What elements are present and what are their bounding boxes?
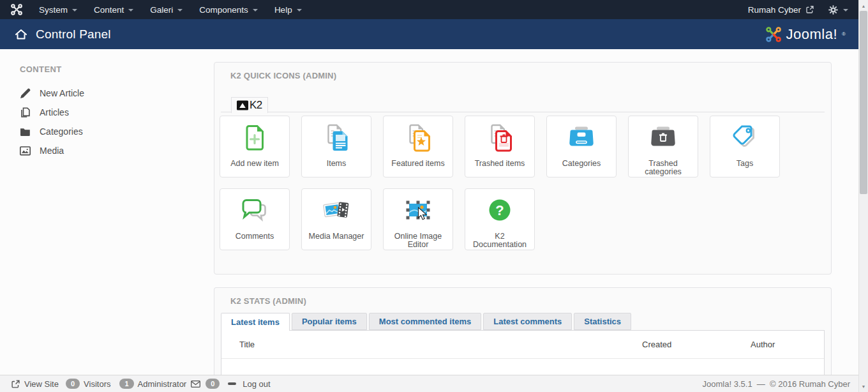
logout-link[interactable]: Log out xyxy=(228,379,270,389)
stats-table-header: Title Created Author xyxy=(221,331,824,359)
gear-icon xyxy=(828,5,838,15)
status-bar: View Site 0 Visitors 1 Administrator 0 L… xyxy=(0,375,858,392)
scrollbar-thumb[interactable] xyxy=(860,11,867,194)
quick-icon-featured-items[interactable]: Featured items xyxy=(383,116,453,177)
envelope-icon xyxy=(191,381,200,388)
quick-icon-trashed-items[interactable]: Trashed items xyxy=(465,116,535,177)
doc-plus-icon xyxy=(239,123,270,153)
doc-trash-icon xyxy=(484,123,515,153)
tab-most-commented-items[interactable]: Most commented items xyxy=(369,313,481,330)
chevron-down-icon xyxy=(297,9,302,11)
doc-stack-blue-icon xyxy=(321,123,352,153)
sidebar-item-label: New Article xyxy=(40,88,84,98)
administrator-status[interactable]: 1 Administrator xyxy=(119,379,186,389)
visitors-label: Visitors xyxy=(84,379,110,389)
column-author: Author xyxy=(751,340,775,349)
menu-content-label: Content xyxy=(94,5,124,15)
image-editor-icon xyxy=(403,195,433,226)
page-header: Control Panel Joomla! ® xyxy=(0,19,858,49)
k2-logo-tab-row: K2 xyxy=(221,96,825,112)
quick-icon-trashed-categories[interactable]: Trashed categories xyxy=(628,116,698,177)
sidebar: CONTENT New Article Articles Categories xyxy=(20,64,202,160)
view-site-link[interactable]: View Site xyxy=(11,379,59,389)
menu-system[interactable]: System xyxy=(31,0,86,19)
tab-latest-comments[interactable]: Latest comments xyxy=(483,313,572,330)
scroll-up-arrow-icon[interactable]: ▲ xyxy=(859,1,868,11)
sidebar-item-categories[interactable]: Categories xyxy=(20,122,202,141)
menu-components-label: Components xyxy=(199,5,248,15)
chevron-down-icon xyxy=(128,9,133,11)
settings-dropdown[interactable] xyxy=(828,5,848,15)
main-content: CONTENT New Article Articles Categories xyxy=(0,49,858,375)
chevron-down-icon xyxy=(177,9,183,11)
tab-label: Latest items xyxy=(231,317,280,327)
quick-icon-label: Comments xyxy=(220,232,289,241)
quick-icon-online-image-editor[interactable]: Online Image Editor xyxy=(383,188,453,250)
quick-icon-label: Items xyxy=(302,160,371,168)
menu-components[interactable]: Components xyxy=(191,0,266,19)
version-text: Joomla! 3.5.1 xyxy=(703,379,752,389)
panel-legend: K2 QUICK ICONS (ADMIN) xyxy=(214,63,831,80)
quick-icon-label: Add new item xyxy=(220,160,289,168)
menu-galeri-label: Galeri xyxy=(150,5,173,15)
pencil-icon xyxy=(20,88,31,99)
column-title: Title xyxy=(239,340,255,349)
admin-count-badge: 1 xyxy=(119,379,133,389)
logout-label: Log out xyxy=(243,379,270,389)
footer-version: Joomla! 3.5.1 — © 2016 Rumah Cyber xyxy=(703,379,850,389)
stats-tabs: Latest items Popular items Most commente… xyxy=(221,313,825,330)
chevron-down-icon xyxy=(253,9,258,11)
visitors-status[interactable]: 0 Visitors xyxy=(66,379,111,389)
view-site-user-link[interactable]: Rumah Cyber xyxy=(748,5,814,15)
sidebar-item-label: Articles xyxy=(40,107,69,117)
quick-icon-label: Trashed items xyxy=(465,160,534,168)
quick-icon-label: Media Manager xyxy=(302,232,371,241)
logout-dash-icon xyxy=(228,382,236,385)
sidebar-item-label: Categories xyxy=(40,126,83,137)
tab-label: Most commented items xyxy=(379,317,471,326)
menu-content[interactable]: Content xyxy=(86,0,142,19)
menu-help[interactable]: Help xyxy=(266,0,310,19)
k2-mark-icon xyxy=(237,100,248,110)
quick-icon-k2-documentation[interactable]: ? K2 Documentation xyxy=(465,188,535,250)
quick-icon-add-new-item[interactable]: Add new item xyxy=(220,116,290,177)
quick-icon-label: K2 Documentation xyxy=(465,232,534,248)
quick-icon-label: Tags xyxy=(710,160,779,168)
view-site-label: View Site xyxy=(24,379,59,389)
tab-popular-items[interactable]: Popular items xyxy=(292,313,367,330)
registered-mark: ® xyxy=(842,31,846,37)
quick-icon-tags[interactable]: Tags xyxy=(710,116,780,177)
quick-icon-categories[interactable]: Categories xyxy=(546,116,617,177)
user-site-label: Rumah Cyber xyxy=(748,5,801,15)
joomla-icon[interactable] xyxy=(11,4,22,15)
joomla-logo-icon xyxy=(765,26,782,43)
chevron-down-icon xyxy=(843,9,848,11)
menu-galeri[interactable]: Galeri xyxy=(142,0,191,19)
doc-star-icon xyxy=(403,123,433,153)
tab-latest-items[interactable]: Latest items xyxy=(221,313,290,331)
separator: — xyxy=(757,379,765,389)
menu-help-label: Help xyxy=(274,5,292,15)
panel-legend: K2 STATS (ADMIN) xyxy=(214,288,831,306)
k2-quick-icons-panel: K2 QUICK ICONS (ADMIN) K2 Add new item xyxy=(214,62,832,275)
tab-label: Popular items xyxy=(302,317,357,326)
sidebar-item-media[interactable]: Media xyxy=(20,141,202,160)
tab-statistics[interactable]: Statistics xyxy=(574,313,631,330)
messages-status[interactable]: 0 xyxy=(191,379,220,389)
media-manager-icon xyxy=(321,195,352,226)
folder-icon xyxy=(20,127,31,137)
comments-icon xyxy=(239,195,270,226)
copy-icon xyxy=(20,107,31,118)
k2-stats-panel: K2 STATS (ADMIN) Latest items Popular it… xyxy=(214,287,832,375)
quick-icon-media-manager[interactable]: Media Manager xyxy=(301,188,371,250)
sidebar-item-articles[interactable]: Articles xyxy=(20,103,202,122)
scroll-down-arrow-icon[interactable]: ▼ xyxy=(859,381,868,391)
external-link-icon xyxy=(806,6,814,13)
chevron-down-icon xyxy=(72,9,77,11)
quick-icon-items[interactable]: Items xyxy=(301,116,371,177)
sidebar-item-new-article[interactable]: New Article xyxy=(20,84,202,103)
k2-logo-tab[interactable]: K2 xyxy=(231,97,268,113)
quick-icon-comments[interactable]: Comments xyxy=(220,188,290,250)
home-icon[interactable] xyxy=(15,29,27,40)
scrollbar[interactable]: ▲ ▼ xyxy=(858,0,868,392)
